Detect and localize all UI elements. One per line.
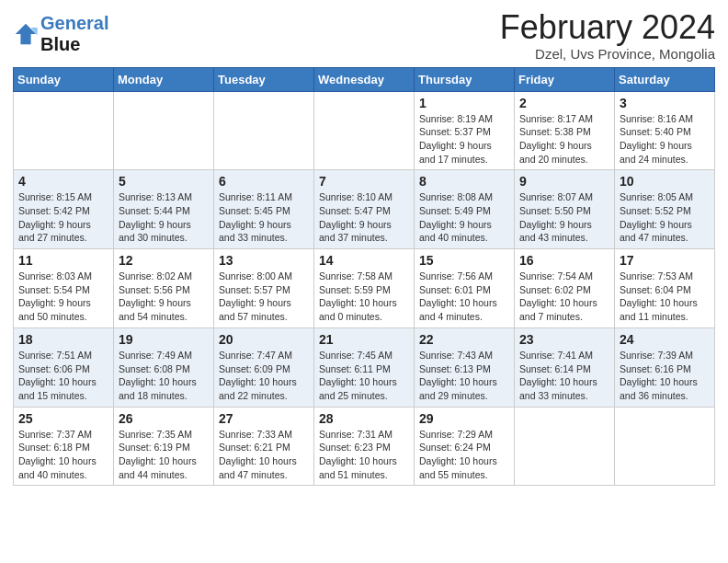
cell-day-number: 25 (18, 411, 108, 426)
calendar-cell: 18Sunrise: 7:51 AM Sunset: 6:06 PM Dayli… (14, 327, 114, 407)
cell-info-text: Sunrise: 7:45 AM Sunset: 6:11 PM Dayligh… (319, 349, 409, 403)
cell-day-number: 7 (319, 174, 409, 189)
cell-info-text: Sunrise: 8:13 AM Sunset: 5:44 PM Dayligh… (119, 190, 209, 245)
calendar-cell (515, 407, 615, 486)
cell-day-number: 3 (620, 96, 710, 110)
cell-info-text: Sunrise: 7:51 AM Sunset: 6:06 PM Dayligh… (18, 349, 108, 403)
cell-info-text: Sunrise: 8:02 AM Sunset: 5:56 PM Dayligh… (119, 270, 209, 324)
calendar-cell: 2Sunrise: 8:17 AM Sunset: 5:38 PM Daylig… (515, 91, 615, 170)
calendar-cell: 9Sunrise: 8:07 AM Sunset: 5:50 PM Daylig… (515, 170, 615, 249)
cell-day-number: 20 (219, 332, 309, 347)
cell-info-text: Sunrise: 8:17 AM Sunset: 5:38 PM Dayligh… (519, 112, 609, 167)
calendar-cell: 1Sunrise: 8:19 AM Sunset: 5:37 PM Daylig… (415, 91, 515, 170)
cell-day-number: 27 (219, 411, 309, 426)
cell-info-text: Sunrise: 8:16 AM Sunset: 5:40 PM Dayligh… (620, 112, 710, 167)
calendar-cell (615, 407, 715, 486)
cell-day-number: 8 (419, 174, 509, 189)
cell-day-number: 13 (219, 253, 309, 268)
cell-info-text: Sunrise: 8:19 AM Sunset: 5:37 PM Dayligh… (419, 112, 509, 167)
calendar-cell: 25Sunrise: 7:37 AM Sunset: 6:18 PM Dayli… (14, 407, 114, 486)
cell-day-number: 14 (319, 253, 409, 268)
calendar-cell: 14Sunrise: 7:58 AM Sunset: 5:59 PM Dayli… (314, 249, 415, 328)
cell-info-text: Sunrise: 8:05 AM Sunset: 5:52 PM Dayligh… (620, 190, 710, 245)
logo-icon (13, 21, 39, 47)
cell-day-number: 19 (119, 332, 209, 347)
cell-day-number: 4 (18, 174, 108, 189)
calendar-cell: 17Sunrise: 7:53 AM Sunset: 6:04 PM Dayli… (615, 249, 715, 328)
cell-day-number: 2 (519, 96, 609, 110)
calendar-cell (314, 91, 415, 170)
cell-day-number: 17 (620, 253, 710, 268)
calendar-cell: 5Sunrise: 8:13 AM Sunset: 5:44 PM Daylig… (114, 170, 214, 249)
cell-info-text: Sunrise: 7:58 AM Sunset: 5:59 PM Dayligh… (319, 270, 409, 324)
cell-day-number: 23 (519, 332, 609, 347)
logo: General Blue (13, 13, 108, 55)
title-block: February 2024 Dzel, Uvs Province, Mongol… (500, 9, 715, 62)
cell-info-text: Sunrise: 7:49 AM Sunset: 6:08 PM Dayligh… (119, 349, 209, 403)
calendar-cell: 7Sunrise: 8:10 AM Sunset: 5:47 PM Daylig… (314, 170, 415, 249)
cell-day-number: 9 (519, 174, 609, 189)
cell-day-number: 1 (419, 96, 509, 110)
calendar-cell: 29Sunrise: 7:29 AM Sunset: 6:24 PM Dayli… (415, 407, 515, 486)
calendar-cell: 19Sunrise: 7:49 AM Sunset: 6:08 PM Dayli… (114, 327, 214, 407)
cell-info-text: Sunrise: 8:08 AM Sunset: 5:49 PM Dayligh… (419, 190, 509, 245)
cell-info-text: Sunrise: 7:54 AM Sunset: 6:02 PM Dayligh… (519, 270, 609, 324)
calendar-header-row: Sunday Monday Tuesday Wednesday Thursday… (14, 67, 715, 91)
logo-text: General Blue (40, 13, 108, 55)
cell-info-text: Sunrise: 7:56 AM Sunset: 6:01 PM Dayligh… (419, 270, 509, 324)
col-sunday: Sunday (14, 67, 114, 91)
cell-info-text: Sunrise: 8:11 AM Sunset: 5:45 PM Dayligh… (219, 190, 309, 245)
cell-info-text: Sunrise: 8:00 AM Sunset: 5:57 PM Dayligh… (219, 270, 309, 324)
cell-day-number: 6 (219, 174, 309, 189)
calendar-cell: 23Sunrise: 7:41 AM Sunset: 6:14 PM Dayli… (515, 327, 615, 407)
cell-info-text: Sunrise: 8:03 AM Sunset: 5:54 PM Dayligh… (18, 270, 108, 324)
cell-day-number: 29 (419, 411, 509, 426)
cell-day-number: 26 (119, 411, 209, 426)
cell-info-text: Sunrise: 7:47 AM Sunset: 6:09 PM Dayligh… (219, 349, 309, 403)
calendar-week-row: 11Sunrise: 8:03 AM Sunset: 5:54 PM Dayli… (14, 249, 715, 328)
calendar-cell (114, 91, 214, 170)
calendar-cell: 3Sunrise: 8:16 AM Sunset: 5:40 PM Daylig… (615, 91, 715, 170)
cell-info-text: Sunrise: 7:53 AM Sunset: 6:04 PM Dayligh… (620, 270, 710, 324)
calendar-cell: 26Sunrise: 7:35 AM Sunset: 6:19 PM Dayli… (114, 407, 214, 486)
calendar-cell: 4Sunrise: 8:15 AM Sunset: 5:42 PM Daylig… (14, 170, 114, 249)
calendar-week-row: 25Sunrise: 7:37 AM Sunset: 6:18 PM Dayli… (14, 407, 715, 486)
cell-info-text: Sunrise: 7:41 AM Sunset: 6:14 PM Dayligh… (519, 349, 609, 403)
calendar-week-row: 1Sunrise: 8:19 AM Sunset: 5:37 PM Daylig… (14, 91, 715, 170)
cell-info-text: Sunrise: 8:15 AM Sunset: 5:42 PM Dayligh… (18, 190, 108, 245)
cell-day-number: 11 (18, 253, 108, 268)
cell-info-text: Sunrise: 7:31 AM Sunset: 6:23 PM Dayligh… (319, 428, 409, 482)
calendar-cell: 15Sunrise: 7:56 AM Sunset: 6:01 PM Dayli… (415, 249, 515, 328)
calendar-cell: 22Sunrise: 7:43 AM Sunset: 6:13 PM Dayli… (415, 327, 515, 407)
col-tuesday: Tuesday (214, 67, 314, 91)
calendar-table: Sunday Monday Tuesday Wednesday Thursday… (13, 67, 715, 487)
calendar-cell: 24Sunrise: 7:39 AM Sunset: 6:16 PM Dayli… (615, 327, 715, 407)
cell-info-text: Sunrise: 7:43 AM Sunset: 6:13 PM Dayligh… (419, 349, 509, 403)
calendar-cell: 11Sunrise: 8:03 AM Sunset: 5:54 PM Dayli… (14, 249, 114, 328)
calendar-cell: 10Sunrise: 8:05 AM Sunset: 5:52 PM Dayli… (615, 170, 715, 249)
calendar-cell: 6Sunrise: 8:11 AM Sunset: 5:45 PM Daylig… (214, 170, 314, 249)
cell-info-text: Sunrise: 8:07 AM Sunset: 5:50 PM Dayligh… (519, 190, 609, 245)
cell-day-number: 10 (620, 174, 710, 189)
calendar-cell: 12Sunrise: 8:02 AM Sunset: 5:56 PM Dayli… (114, 249, 214, 328)
cell-day-number: 16 (519, 253, 609, 268)
cell-day-number: 21 (319, 332, 409, 347)
calendar-week-row: 4Sunrise: 8:15 AM Sunset: 5:42 PM Daylig… (14, 170, 715, 249)
calendar-page: General Blue February 2024 Dzel, Uvs Pro… (0, 0, 728, 499)
calendar-cell: 28Sunrise: 7:31 AM Sunset: 6:23 PM Dayli… (314, 407, 415, 486)
cell-info-text: Sunrise: 7:29 AM Sunset: 6:24 PM Dayligh… (419, 428, 509, 482)
cell-day-number: 12 (119, 253, 209, 268)
col-monday: Monday (114, 67, 214, 91)
cell-day-number: 28 (319, 411, 409, 426)
cell-info-text: Sunrise: 8:10 AM Sunset: 5:47 PM Dayligh… (319, 190, 409, 245)
col-wednesday: Wednesday (314, 67, 415, 91)
cell-day-number: 15 (419, 253, 509, 268)
header: General Blue February 2024 Dzel, Uvs Pro… (13, 9, 715, 62)
calendar-cell: 13Sunrise: 8:00 AM Sunset: 5:57 PM Dayli… (214, 249, 314, 328)
calendar-cell: 21Sunrise: 7:45 AM Sunset: 6:11 PM Dayli… (314, 327, 415, 407)
calendar-cell: 20Sunrise: 7:47 AM Sunset: 6:09 PM Dayli… (214, 327, 314, 407)
svg-marker-0 (16, 24, 36, 44)
calendar-cell (14, 91, 114, 170)
cell-day-number: 24 (620, 332, 710, 347)
cell-info-text: Sunrise: 7:39 AM Sunset: 6:16 PM Dayligh… (620, 349, 710, 403)
